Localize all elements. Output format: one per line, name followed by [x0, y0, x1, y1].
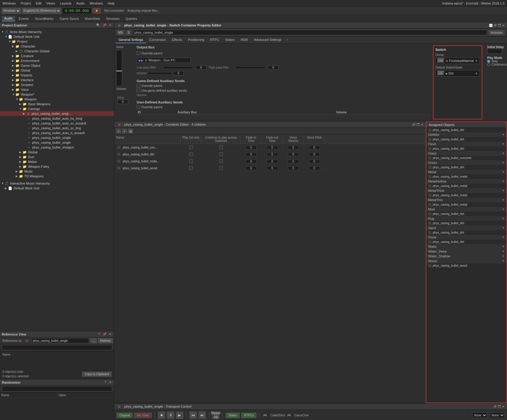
- ao-category-mud[interactable]: Mud ▼: [426, 207, 506, 212]
- tree-item-creature[interactable]: ▶ 📁 Creature: [0, 54, 114, 58]
- ct-vol-input-1[interactable]: [288, 152, 299, 156]
- high-pass-slider[interactable]: [235, 66, 265, 69]
- pe-close-btn[interactable]: ✕: [108, 23, 112, 27]
- reset-all-btn[interactable]: Reset All: [212, 412, 219, 419]
- rv-help-btn[interactable]: ?: [97, 332, 101, 336]
- pe-lock-btn[interactable]: 📌: [102, 23, 107, 27]
- ct-fadein-input-0[interactable]: [246, 146, 257, 149]
- switch-group-browse[interactable]: ▼: [475, 59, 478, 63]
- use-game-label-wrap[interactable]: Use game-defined auxiliary sends: [137, 89, 187, 92]
- ct-pitch-input-2[interactable]: [309, 159, 320, 163]
- tree-item-mods[interactable]: ▶ 📁 Mods: [0, 169, 114, 174]
- menu-layouts[interactable]: Layouts: [60, 2, 72, 5]
- low-pass-slider[interactable]: [163, 66, 193, 69]
- ao-category-metalthick[interactable]: MetalThick ▼: [426, 188, 506, 193]
- switch-default-selector[interactable]: >> ■ Dirt ▼: [435, 70, 480, 77]
- copy-clipboard-btn[interactable]: Copy to Clipboard: [82, 372, 112, 377]
- ao-category-glass[interactable]: Glass ▼: [426, 151, 506, 156]
- ct-continue-checkbox-1[interactable]: [219, 152, 223, 156]
- play-btn[interactable]: ▶: [176, 412, 183, 419]
- tree-section-actor-mixer[interactable]: ▼ 🎵 Actor-Mixer Hierarchy: [0, 29, 114, 34]
- ao-category-metalthin[interactable]: MetalThin ▼: [426, 198, 506, 202]
- ct-vol-input-2[interactable]: [288, 159, 299, 163]
- play-mode-continuous[interactable]: Continuous: [487, 63, 507, 66]
- ao-category-grass[interactable]: Grass ▼: [426, 160, 506, 165]
- rv-browse-btn[interactable]: ...: [90, 338, 97, 343]
- tree-item-game-object[interactable]: ▶ 📁 Game Object: [0, 63, 114, 68]
- tree-item-default-work-unit[interactable]: ▼ 📄 Default Work Unit: [0, 34, 114, 39]
- ct-fadein-input-2[interactable]: [246, 159, 257, 163]
- switch-default-browse[interactable]: ▼: [475, 72, 478, 75]
- tree-item-character[interactable]: ▶ 📁 Character: [0, 44, 114, 49]
- vol-slider-output[interactable]: [148, 72, 172, 75]
- contents-max-btn[interactable]: 🗖: [417, 123, 420, 126]
- ct-cell-continue-3[interactable]: [202, 166, 241, 170]
- tree-item-gun[interactable]: ▶ 📁 Gun: [0, 155, 114, 159]
- tab-queries[interactable]: Queries: [123, 16, 140, 21]
- contents-close-btn[interactable]: ✕: [421, 123, 423, 126]
- transport-select-1[interactable]: None: [472, 412, 487, 418]
- play-mode-step[interactable]: Step: [487, 60, 507, 63]
- ct-cell-play-1[interactable]: [181, 152, 202, 157]
- pitch-input[interactable]: [117, 100, 128, 104]
- rv-search-input[interactable]: [2, 345, 112, 350]
- tab-events[interactable]: Events: [16, 16, 31, 21]
- ct-vol-input-3[interactable]: [288, 166, 299, 170]
- tab-sharesets[interactable]: ShareSets: [82, 16, 102, 21]
- menu-windows[interactable]: Windows: [2, 2, 16, 5]
- ao-category-dirtwet[interactable]: DirtWet ▼: [426, 132, 506, 137]
- tab-audio[interactable]: Audio: [2, 16, 15, 21]
- tree-item-weapon-foley[interactable]: ▶ 📁 Weapon Foley: [0, 164, 114, 169]
- ao-category-sand[interactable]: Sand ▼: [426, 225, 506, 230]
- tab-soundbanks[interactable]: SoundBanks: [32, 16, 56, 21]
- override-checkbox3[interactable]: [137, 105, 140, 109]
- ct-fadeout-input-0[interactable]: [267, 146, 278, 149]
- tree-item-casings[interactable]: ▼ 📁 Casings: [0, 106, 114, 111]
- tree-item-td-weapons[interactable]: ▶ 📁 TD Weapons: [0, 174, 114, 179]
- ao-category-water[interactable]: Water ▼: [426, 244, 506, 249]
- radio-step[interactable]: [487, 60, 490, 63]
- rv-close-btn[interactable]: ✕: [108, 332, 112, 336]
- ct-btn-1[interactable]: +: [116, 129, 121, 133]
- ct-pitch-input-1[interactable]: [309, 152, 320, 156]
- tree-item-sound-single1[interactable]: ▪ phys_casing_bullet_single: [0, 135, 114, 140]
- prop-tab-plus[interactable]: +: [284, 37, 290, 43]
- tree-item-project[interactable]: ▼ 📁 Project: [0, 39, 114, 44]
- ct-cell-continue-1[interactable]: [202, 152, 241, 157]
- rand-help-btn[interactable]: ?: [104, 380, 107, 384]
- inc-only-btn[interactable]: Inc. Only: [134, 413, 151, 418]
- tree-item-global2[interactable]: ▶ 📁 Global: [0, 150, 114, 155]
- override-checkbox2[interactable]: [137, 84, 140, 87]
- prop-tile-btn[interactable]: ⬜: [489, 24, 493, 27]
- high-pass-value[interactable]: [268, 65, 279, 70]
- rv-refresh-btn[interactable]: Refresh: [98, 338, 113, 343]
- pause-btn[interactable]: ⏸: [167, 412, 174, 419]
- transport-max-btn[interactable]: 🗖: [498, 405, 501, 408]
- vol-value-output[interactable]: [173, 71, 184, 75]
- use-game-checkbox[interactable]: [137, 89, 140, 92]
- original-btn[interactable]: Original: [117, 413, 132, 418]
- tree-item-sound-hs[interactable]: ▪ phys_casing_bullet_auto_hs_hmg: [0, 116, 114, 121]
- ct-continue-checkbox-0[interactable]: [219, 146, 223, 149]
- ct-btn-2[interactable]: ✓: [122, 129, 127, 133]
- tree-item-impacts[interactable]: ▶ 📁 Impacts: [0, 73, 114, 78]
- tree-item-voice[interactable]: ▶ 📁 Voice: [0, 87, 114, 92]
- override-parent-label1[interactable]: Override parent: [137, 51, 162, 55]
- ct-cell-continue-0[interactable]: [202, 145, 241, 150]
- transport-close-btn[interactable]: ✕: [502, 405, 505, 408]
- tab-general-settings[interactable]: General Settings: [116, 37, 146, 43]
- ct-fadein-input-1[interactable]: [246, 152, 257, 156]
- ct-cell-continue-2[interactable]: [202, 159, 241, 164]
- tree-item-weapon[interactable]: ▼ 📁 Weapon*: [0, 92, 114, 97]
- obj-name-input[interactable]: [133, 30, 487, 35]
- menu-views[interactable]: Views: [46, 2, 55, 5]
- tree-item-environment[interactable]: ▶ 📁 Environment: [0, 58, 114, 63]
- next-btn[interactable]: ⏭: [199, 412, 206, 419]
- ct-vol-input-0[interactable]: [288, 146, 299, 149]
- ct-cell-play-3[interactable]: [181, 166, 202, 170]
- contents-float-btn[interactable]: 🗗: [413, 123, 416, 126]
- rand-close-btn[interactable]: ✕: [108, 380, 112, 384]
- tab-sessions[interactable]: Sessions: [104, 16, 122, 21]
- ct-btn-3[interactable]: ⊞: [128, 129, 133, 133]
- tree-item-base-weapons[interactable]: ▶ 📁 Base Weapons: [0, 102, 114, 106]
